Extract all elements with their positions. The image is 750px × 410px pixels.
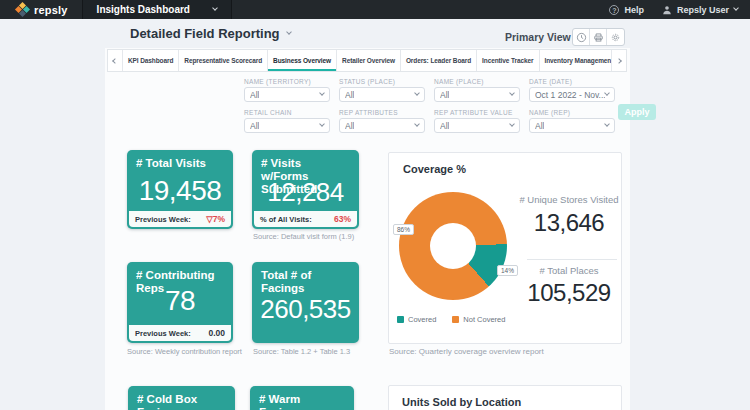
top-bar: repsly Insights Dashboard ? Help Repsly … [0, 0, 750, 19]
chevron-down-icon [212, 5, 218, 11]
printer-icon [593, 32, 604, 43]
coverage-panel-title: Coverage % [403, 163, 466, 175]
legend-item-covered[interactable]: Covered [397, 315, 436, 324]
units-sold-panel: Units Sold by Location [388, 385, 622, 410]
stat-label-unique-stores: # Unique Stores Visited [519, 194, 619, 205]
filter-name-place: NAME (PLACE) All [434, 78, 520, 102]
chevron-down-icon [319, 90, 325, 96]
app-menu-dropdown[interactable]: Insights Dashboard [83, 0, 231, 19]
stat-divider [527, 259, 617, 260]
help-button[interactable]: ? Help [609, 5, 644, 15]
chevron-down-icon [509, 90, 515, 96]
filter-name-place-select[interactable]: All [434, 87, 520, 102]
filter-date-select[interactable]: Oct 1 2022 - Nov... [529, 87, 615, 102]
view-selector[interactable]: Primary View [505, 31, 581, 43]
select-value: All [250, 121, 259, 131]
filter-label: REP ATTRIBUTE VALUE [434, 109, 520, 116]
kpi-footer-value: 0.00 [208, 328, 225, 338]
units-sold-panel-title: Units Sold by Location [402, 396, 521, 408]
chevron-down-icon [319, 121, 325, 127]
select-value: All [440, 90, 449, 100]
tab-kpi-dashboard[interactable]: KPI Dashboard [123, 50, 179, 71]
print-button[interactable] [590, 29, 607, 45]
filter-label: REP ATTRIBUTES [339, 109, 425, 116]
chevron-down-icon [414, 121, 420, 127]
tabs-scroll-right-button[interactable] [611, 50, 626, 71]
legend-item-not-covered[interactable]: Not Covered [452, 315, 505, 324]
filter-rep-attributes: REP ATTRIBUTES All [339, 109, 425, 133]
tab-incentive-tracker[interactable]: Incentive Tracker [477, 50, 539, 71]
kpi-card-title: # Warm Facings [250, 386, 354, 410]
filter-retail-chain-select[interactable]: All [244, 118, 330, 133]
tab-orders-leader-board[interactable]: Orders: Leader Board [401, 50, 477, 71]
slice-label-covered: 14% [497, 265, 518, 276]
legend-swatch-covered [397, 316, 404, 323]
tab-business-overview[interactable]: Business Overview [268, 50, 337, 71]
tabs-scroll-left-button[interactable] [108, 50, 123, 71]
settings-button[interactable] [607, 29, 624, 45]
kpi-card-cold-box-facings: # Cold Box Facings [128, 386, 235, 410]
source-note: Source: Table 1.2 + Table 1.3 [253, 347, 350, 356]
chevron-left-icon [112, 58, 118, 64]
topbar-divider [231, 0, 232, 19]
apply-button[interactable]: Apply [618, 104, 656, 120]
filter-name-rep: NAME (REP) All [529, 109, 615, 133]
filter-date: DATE (DATE) Oct 1 2022 - Nov... [529, 78, 615, 102]
help-icon: ? [609, 5, 619, 15]
filter-rep-attributes-select[interactable]: All [339, 118, 425, 133]
repsly-logo[interactable]: repsly [0, 0, 82, 19]
kpi-card-title: # Cold Box Facings [128, 386, 235, 410]
chevron-right-icon [616, 58, 622, 64]
stat-value-unique-stores: 13,646 [519, 209, 619, 237]
filter-rep-attribute-value-select[interactable]: All [434, 118, 520, 133]
filter-label: NAME (PLACE) [434, 78, 520, 85]
user-menu[interactable]: Repsly User [662, 5, 738, 15]
tab-retailer-overview[interactable]: Retailer Overview [337, 50, 401, 71]
select-value: All [250, 90, 259, 100]
select-value: All [440, 121, 449, 131]
filter-label: RETAIL CHAIN [244, 109, 330, 116]
kpi-card-title: Total # of Facings [252, 262, 359, 295]
donut-hole [430, 223, 476, 269]
kpi-footer-label: Previous Week: [135, 215, 191, 224]
filter-status-place-select[interactable]: All [339, 87, 425, 102]
filter-label: STATUS (PLACE) [339, 78, 425, 85]
filter-status-place: STATUS (PLACE) All [339, 78, 425, 102]
source-note: Source: Quarterly coverage overview repo… [389, 347, 544, 356]
stat-value-total-places: 105,529 [519, 279, 619, 307]
repsly-logo-icon [16, 3, 29, 16]
legend-swatch-not-covered [452, 316, 459, 323]
coverage-legend: Covered Not Covered [397, 315, 505, 324]
filter-label: NAME (REP) [529, 109, 615, 116]
chevron-down-icon [414, 90, 420, 96]
chevron-down-icon [286, 29, 292, 35]
coverage-donut[interactable] [399, 192, 507, 300]
kpi-footer-label: % of All Visits: [260, 215, 312, 224]
tabs-scroll-area: KPI Dashboard Representative Scorecard B… [123, 50, 611, 71]
kpi-card-footer: % of All Visits: 63% [254, 211, 357, 227]
filter-name-territory-select[interactable]: All [244, 87, 330, 102]
kpi-card-value: 19,458 [127, 175, 233, 207]
chevron-down-icon [509, 121, 515, 127]
source-note: Source: Default visit form (1.9) [253, 232, 354, 241]
kpi-card-footer: Previous Week: ▽7% [129, 211, 231, 227]
kpi-card-contributing-reps: # Contributing Reps 78 Previous Week: 0.… [127, 262, 233, 343]
tab-inventory-management-tracker[interactable]: Inventory Management Tracker [540, 50, 612, 71]
filter-row-1: NAME (TERRITORY) All STATUS (PLACE) All … [244, 78, 615, 102]
schedule-button[interactable] [573, 29, 590, 45]
stat-label-total-places: # Total Places [519, 265, 619, 276]
kpi-card-total-visits: # Total Visits 19,458 Previous Week: ▽7% [127, 150, 233, 229]
clock-icon [576, 32, 587, 43]
insights-dashboard-page: repsly Insights Dashboard ? Help Repsly … [0, 0, 750, 410]
source-note: Source: Weekly contribution report [127, 347, 242, 356]
kpi-card-value: 260,535 [252, 294, 359, 325]
tab-representative-scorecard[interactable]: Representative Scorecard [179, 50, 268, 71]
user-label: Repsly User [677, 5, 729, 15]
page-title: Detailed Field Reporting [130, 26, 280, 41]
filter-name-rep-select[interactable]: All [529, 118, 615, 133]
chevron-down-icon [604, 90, 610, 96]
report-title-dropdown[interactable]: Detailed Field Reporting [130, 26, 291, 41]
kpi-footer-value: 63% [334, 214, 351, 224]
kpi-card-visits-with-forms: # Visits w/Forms Submitted 12,284 % of A… [252, 150, 359, 229]
select-value: All [345, 90, 354, 100]
